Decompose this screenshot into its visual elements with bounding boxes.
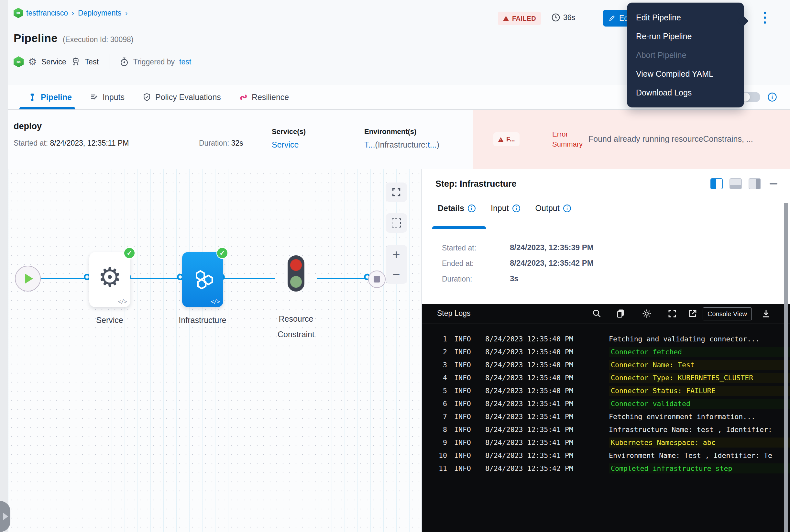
copy-icon[interactable]: [616, 309, 625, 319]
service-tag-label: Service: [41, 58, 66, 66]
breadcrumb-deployments-link[interactable]: Deployments: [78, 9, 121, 18]
step-tab-input[interactable]: Input: [491, 204, 521, 213]
service-step-node[interactable]: ⚙ </> ✓: [89, 252, 130, 307]
environments-label: Environment(s): [364, 128, 439, 136]
log-message: Kubernetes Namespace: abc: [609, 437, 790, 448]
warning-triangle-icon: [503, 16, 509, 21]
layout-split-view-button[interactable]: [710, 178, 723, 189]
layout-right-view-button[interactable]: [749, 178, 761, 189]
hexagons-cluster-icon: [191, 269, 214, 290]
menu-item-edit-pipeline[interactable]: Edit Pipeline: [627, 8, 744, 27]
clock-icon: [551, 13, 560, 22]
execution-id: (Execution Id: 30098): [63, 35, 134, 44]
tab-resilience-label: Resilience: [252, 93, 289, 102]
info-icon[interactable]: [767, 92, 777, 102]
status-badge-label: FAILED: [512, 15, 536, 22]
info-icon[interactable]: [467, 204, 476, 213]
menu-item-view-compiled-yaml[interactable]: View Compiled YAML: [627, 64, 744, 83]
step-tab-output-label: Output: [535, 204, 560, 213]
pipeline-tags-row: ∞ ⚙ Service Test Triggered by test: [14, 54, 191, 70]
tab-inputs[interactable]: Inputs: [90, 93, 124, 102]
node-label-resource-constraint: Resource Constraint: [257, 311, 335, 342]
zoom-in-button[interactable]: +: [386, 245, 407, 264]
layout-bottom-view-button[interactable]: [730, 178, 742, 189]
canvas-marquee-select-button[interactable]: [386, 213, 407, 233]
log-line: 7INFO8/24/2023 12:35:41 PMFetching envir…: [422, 410, 790, 423]
tab-pipeline[interactable]: Pipeline: [28, 93, 72, 102]
settings-gear-icon[interactable]: [642, 309, 652, 319]
end-node[interactable]: [368, 270, 386, 288]
info-icon[interactable]: [563, 204, 571, 213]
pipeline-execution-screen: ∞ testfrancisco › Deployments › Pipeline…: [0, 0, 790, 532]
resource-constraint-step-node[interactable]: [288, 255, 304, 291]
divider: [109, 54, 109, 70]
zoom-out-button[interactable]: −: [386, 264, 407, 284]
environment-value: T...(Infrastructure:t...): [364, 140, 439, 150]
canvas-fullscreen-button[interactable]: [386, 183, 407, 202]
log-message: Connector validated: [609, 399, 790, 409]
step-logs-console: Step Logs Console View: [422, 304, 790, 532]
minimize-panel-button[interactable]: [770, 183, 777, 185]
expand-fullscreen-icon[interactable]: [668, 309, 677, 319]
step-logs-title: Step Logs: [437, 309, 471, 318]
tab-pipeline-label: Pipeline: [41, 93, 72, 102]
services-column: Service(s) Service: [272, 128, 306, 150]
panel-scrollbar[interactable]: [784, 203, 788, 532]
success-check-badge: ✓: [123, 247, 135, 259]
log-line: 9INFO8/24/2023 12:35:41 PMKubernetes Nam…: [422, 436, 790, 449]
step-panel-title: Step: Infrastructure: [436, 179, 517, 189]
status-badge: FAILED: [498, 12, 541, 25]
menu-item-rerun-pipeline[interactable]: Re-run Pipeline: [627, 27, 744, 45]
step-tab-output[interactable]: Output: [535, 204, 571, 213]
detail-label-duration: Duration:: [442, 275, 472, 284]
active-step-tab-underline: [432, 226, 486, 229]
detail-label-ended: Ended at:: [442, 259, 474, 268]
log-message: Connector Status: FAILURE: [609, 386, 790, 396]
pipeline-actions-menu: Edit Pipeline Re-run Pipeline Abort Pipe…: [627, 3, 744, 108]
step-tab-details[interactable]: Details: [438, 204, 476, 213]
start-node[interactable]: [15, 266, 41, 291]
console-view-button[interactable]: Console View: [702, 307, 752, 320]
download-icon[interactable]: [761, 309, 771, 319]
infrastructure-step-node[interactable]: </> ✓: [182, 252, 223, 307]
node-label-infrastructure: Infrastructure: [178, 316, 226, 325]
graph-edge: [223, 278, 275, 279]
failed-mini-badge: F...: [493, 132, 520, 146]
menu-item-download-logs[interactable]: Download Logs: [627, 83, 744, 102]
tab-resilience[interactable]: Resilience: [239, 93, 289, 102]
pipeline-graph-canvas[interactable]: + − ⚙ </> ✓ </> ✓: [8, 169, 422, 532]
tab-policy-evaluations[interactable]: Policy Evaluations: [143, 93, 221, 102]
log-message: Connector Type: KUBERNETES_CLUSTER: [609, 373, 790, 383]
test-robot-icon: [71, 57, 80, 66]
environments-column: Environment(s) T...(Infrastructure:t...): [364, 128, 439, 150]
more-options-kebab-button[interactable]: [760, 12, 769, 31]
service-tag-icon: ⚙: [28, 57, 37, 66]
log-line: 10INFO8/24/2023 12:35:41 PMEnvironment N…: [422, 449, 790, 462]
breadcrumb: ∞ testfrancisco › Deployments ›: [14, 8, 128, 18]
environment-link[interactable]: T...: [364, 140, 375, 149]
info-icon[interactable]: [512, 204, 521, 213]
divider: [260, 119, 260, 157]
triggered-by-user-link[interactable]: test: [179, 58, 191, 66]
infrastructure-link[interactable]: t...: [428, 140, 437, 149]
error-summary-region: F... Error Summary Found already running…: [473, 110, 790, 169]
stage-started-at: Started at: 8/24/2023, 12:35:11 PM: [14, 139, 129, 148]
log-message: Connector Name: Test: [609, 360, 790, 370]
open-external-icon[interactable]: [688, 309, 697, 319]
canvas-zoom-controls: + −: [386, 245, 407, 284]
project-hexagon-icon: ∞: [14, 56, 24, 67]
log-message: Completed infrastructure step: [609, 463, 790, 473]
active-tab-underline: [19, 107, 75, 109]
stage-name[interactable]: deploy: [14, 121, 42, 131]
search-icon[interactable]: [592, 309, 602, 319]
log-message: Environment Name: Test , Identifier: Te: [609, 452, 790, 459]
fullscreen-icon: [392, 188, 401, 197]
breadcrumb-project-link[interactable]: testfrancisco: [26, 9, 68, 18]
service-link[interactable]: Service: [272, 140, 306, 150]
elapsed-time-value: 36s: [563, 13, 575, 22]
log-line: 11INFO8/24/2023 12:35:42 PMCompleted inf…: [422, 462, 790, 475]
tab-inputs-label: Inputs: [102, 93, 124, 102]
pipeline-tab-icon: [28, 93, 37, 101]
log-message: Connector fetched: [609, 347, 790, 357]
chevron-right-icon: ›: [71, 9, 75, 17]
